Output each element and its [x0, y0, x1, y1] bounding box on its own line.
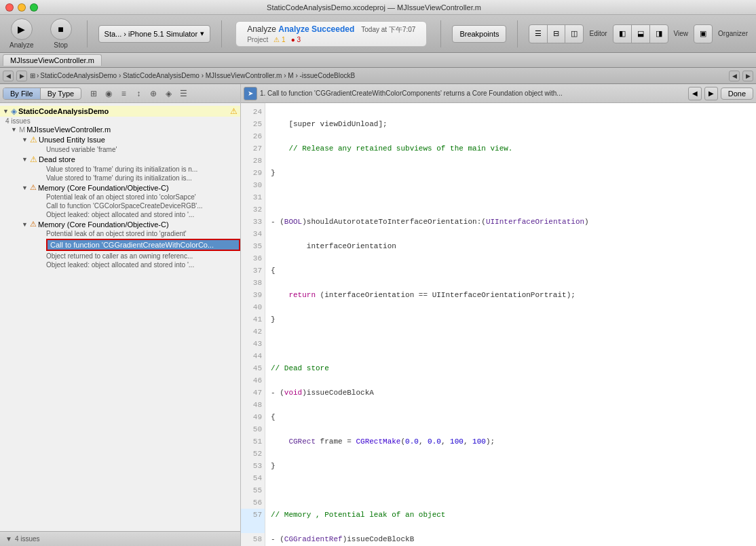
status-title: Analyze Analyze Succeeded Today at 下午7:0…: [247, 24, 415, 35]
status-sub: Project ⚠ 1 ● 3: [247, 36, 415, 43]
code-line-28: - (BOOL)shouldAutorotateToInterfaceOrien…: [271, 216, 751, 228]
sidebar-icon-4[interactable]: ↕: [132, 87, 145, 100]
organizer-label: Organizer: [718, 30, 748, 37]
selected-issue-container: Call to function 'CGGradientCreateWithCo…: [19, 239, 240, 251]
warn-icon: ⚠: [230, 106, 238, 116]
sidebar-icon-5[interactable]: ⊕: [147, 87, 160, 100]
right-toolbar: ☰ ⊟ ◫ Editor ◧ ⬓ ◨ View ▣ Organizer: [529, 24, 751, 43]
file-header[interactable]: ▼ M MJIssueViewController.m: [0, 125, 240, 134]
project-header[interactable]: ▼ ◈ StaticCodeAnalysisDemo ⚠: [0, 106, 240, 117]
memory-1-header[interactable]: ▼ ⚠ Memory (Core Foundation/Objective-C): [19, 182, 240, 193]
analyze-button[interactable]: ▶ Analyze: [5, 17, 38, 50]
code-line-24: [super viewDidUnload];: [271, 118, 751, 130]
project-issues-label: 4 issues: [0, 117, 240, 125]
sidebar-icon-6[interactable]: ◈: [162, 87, 175, 100]
sidebar-icon-3[interactable]: ≡: [117, 87, 130, 100]
code-line-33: [271, 338, 751, 350]
nav-path-text: StaticCodeAnalysisDemo › StaticCodeAnaly…: [40, 72, 355, 79]
view-util-btn[interactable]: ◨: [650, 25, 668, 43]
issue-unused-entity: ▼ ⚠ Unused Entity Issue Unused variable …: [0, 134, 240, 154]
file-tab[interactable]: MJIssueViewController.m: [3, 54, 102, 66]
memory-group-1: ▼ ⚠ Memory (Core Foundation/Objective-C)…: [0, 182, 240, 219]
issues-count-text: 4 issues: [15, 535, 40, 543]
sidebar: By File By Type ⊞ ◉ ≡ ↕ ⊕ ◈ ☰ ▼ ◈ Static…: [0, 84, 241, 546]
code-line-38: }: [271, 460, 751, 472]
by-file-btn[interactable]: By File: [3, 88, 41, 99]
minimize-button[interactable]: [18, 3, 26, 12]
code-line-27: [271, 191, 751, 203]
code-line-34: // Dead store: [271, 362, 751, 374]
done-button[interactable]: Done: [721, 87, 753, 100]
organizer-group: ▣: [694, 24, 713, 43]
organizer-btn[interactable]: ▣: [694, 25, 712, 43]
unused-entity-title: Unused Entity Issue: [39, 136, 105, 144]
code-line-26: }: [271, 167, 751, 179]
close-button[interactable]: [5, 3, 14, 12]
code-line-39: [271, 484, 751, 496]
memory-2-desc-0: Potential leak of an object stored into …: [19, 229, 240, 238]
code-area: ➤ 1. Call to function 'CGGradientCreateW…: [241, 84, 756, 546]
separator-1: [87, 20, 88, 47]
sidebar-icon-7[interactable]: ☰: [176, 87, 190, 100]
scheme-selector[interactable]: Sta... › iPhone 5.1 Simulator ▾: [98, 25, 211, 43]
tabbar: MJIssueViewController.m: [0, 53, 756, 68]
line-numbers: 24 25 26 27 28 29 30 31 32 33 34 35 36 3…: [241, 103, 265, 546]
memory-2-title: Memory (Core Foundation/Objective-C): [38, 220, 169, 229]
code-scroll[interactable]: 24 25 26 27 28 29 30 31 32 33 34 35 36 3…: [241, 103, 756, 546]
nav-sep-1: ›: [37, 72, 39, 79]
code-line-41: - (CGGradientRef)issueCodeBlockB: [271, 533, 751, 545]
expand-icon: ▼: [3, 108, 10, 115]
nav-next-issue[interactable]: ▶: [742, 71, 753, 81]
code-line-31: return (interfaceOrientation == UIInterf…: [271, 289, 751, 301]
code-nav-icon: ➤: [244, 87, 257, 100]
code-line-32: }: [271, 313, 751, 326]
editor-version-btn[interactable]: ◫: [565, 25, 583, 43]
window-title: StaticCodeAnalysisDemo.xcodeproj — MJIss…: [38, 3, 710, 12]
sidebar-icon-2[interactable]: ◉: [102, 87, 115, 100]
project-issues-count: 4 issues: [5, 117, 31, 125]
filter-group: By File By Type: [3, 87, 81, 100]
next-issue-btn[interactable]: ▶: [704, 87, 718, 100]
code-toolbar: ➤ 1. Call to function 'CGGradientCreateW…: [241, 84, 756, 103]
code-editor[interactable]: [super viewDidUnload]; // Release any re…: [265, 103, 756, 546]
unused-entity-desc: Unused variable 'frame': [19, 145, 240, 154]
nav-icon: ⊞: [30, 72, 35, 79]
project-icon: ◈: [11, 106, 17, 116]
memory-2-header[interactable]: ▼ ⚠ Memory (Core Foundation/Objective-C): [19, 219, 240, 229]
nav-forward-btn[interactable]: ▶: [16, 71, 27, 81]
warning-badge: ⚠ 1: [273, 36, 285, 43]
sidebar-content: ▼ ◈ StaticCodeAnalysisDemo ⚠ 4 issues ▼ …: [0, 103, 240, 531]
memory-1-desc-0: Potential leak of an object stored into …: [19, 193, 240, 201]
file-expand-icon: ▼: [11, 126, 18, 133]
view-debug-btn[interactable]: ⬓: [632, 25, 650, 43]
sidebar-icon-1[interactable]: ⊞: [87, 87, 100, 100]
unused-entity-header[interactable]: ▼ ⚠ Unused Entity Issue: [19, 134, 240, 145]
titlebar: StaticCodeAnalysisDemo.xcodeproj — MJIss…: [0, 0, 756, 15]
code-line-35: - (void)issueCodeBlockA: [271, 387, 751, 399]
code-line-36: {: [271, 411, 751, 423]
view-group: ◧ ⬓ ◨: [613, 24, 668, 43]
view-nav-btn[interactable]: ◧: [613, 25, 632, 43]
dead-store-header[interactable]: ▼ ⚠ Dead store: [19, 154, 240, 165]
nav-back-btn[interactable]: ◀: [3, 71, 14, 81]
breakpoints-button[interactable]: Breakpoints: [452, 25, 506, 43]
editor-assistant-btn[interactable]: ⊟: [548, 25, 565, 43]
sidebar-bottom: ▼ 4 issues: [0, 531, 240, 546]
maximize-button[interactable]: [30, 3, 38, 12]
analyze-icon: ▶: [11, 18, 33, 40]
selected-issue[interactable]: Call to function 'CGGradientCreateWithCo…: [46, 239, 240, 251]
issue-nav-label: 1. Call to function 'CGGradientCreateWit…: [260, 90, 685, 97]
code-line-25: // Release any retained subviews of the …: [271, 142, 751, 155]
error-badge: ● 3: [291, 36, 301, 43]
prev-issue-btn[interactable]: ◀: [688, 87, 702, 100]
issues-count-label: ▼: [5, 535, 12, 543]
editor-group: ☰ ⊟ ◫: [529, 24, 584, 43]
view-label: View: [674, 30, 689, 37]
code-line-40: // Memory , Potential leak of an object: [271, 509, 751, 521]
nav-path: ⊞ › StaticCodeAnalysisDemo › StaticCodeA…: [30, 72, 726, 79]
by-type-btn[interactable]: By Type: [41, 88, 81, 99]
nav-prev-issue[interactable]: ◀: [729, 71, 740, 81]
file-name: MJIssueViewController.m: [26, 125, 111, 134]
editor-standard-btn[interactable]: ☰: [529, 25, 548, 43]
stop-button[interactable]: ■ Stop: [46, 17, 76, 50]
